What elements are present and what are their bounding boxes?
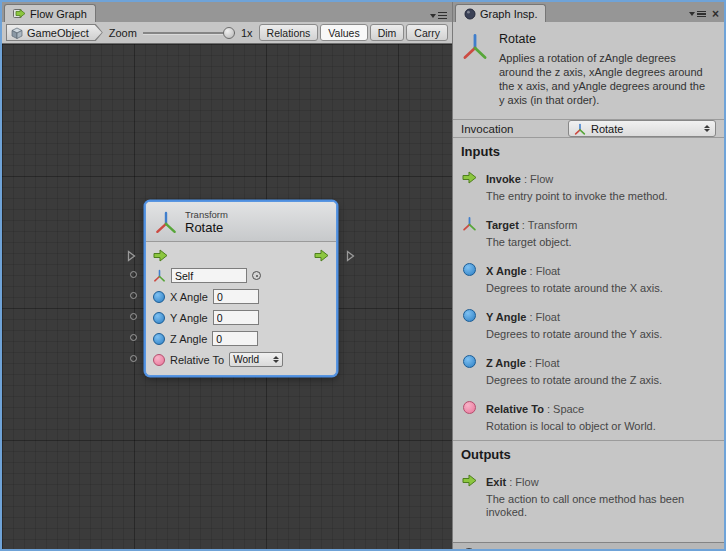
port-name: X Angle	[486, 265, 527, 277]
y-angle-port-marker[interactable]	[130, 313, 137, 320]
zoom-slider-thumb[interactable]	[223, 27, 235, 39]
zoom-label: Zoom	[109, 27, 137, 39]
invocation-row: Invocation Rotate	[453, 120, 724, 137]
float-port-icon[interactable]	[153, 291, 165, 303]
inspector-header: Rotate Applies a rotation of zAngle degr…	[453, 22, 724, 119]
x-angle-label: X Angle	[170, 291, 208, 303]
separator: :	[519, 219, 528, 231]
port-type: Float	[536, 265, 560, 277]
node-kind-label: Transform	[185, 209, 228, 220]
transform-icon	[461, 32, 489, 107]
port-name: Relative To	[486, 403, 544, 415]
flow-graph-toolbar: GameObject Zoom 1x Relations Values Dim …	[2, 22, 452, 44]
input-item-z-angle: Z Angle : Float Degrees to rotate around…	[453, 348, 724, 394]
graph-canvas[interactable]: Transform Rotate	[2, 44, 452, 549]
warning-icon: !	[462, 548, 476, 549]
gameobject-icon	[11, 27, 23, 39]
port-type: Float	[536, 311, 560, 323]
zoom-slider-track[interactable]	[143, 32, 235, 34]
flow-arrow-icon	[461, 169, 477, 185]
z-angle-field[interactable]	[212, 331, 258, 346]
object-picker-icon[interactable]	[252, 271, 261, 280]
node-body: X Angle Y Angle Z Angle	[146, 242, 336, 375]
transform-icon	[153, 269, 166, 282]
float-port-icon	[461, 261, 477, 277]
float-port-icon[interactable]	[153, 312, 165, 324]
relative-to-label: Relative To	[170, 354, 224, 366]
flow-arrow-icon	[461, 472, 477, 488]
flow-input-port[interactable]	[153, 249, 168, 262]
port-name: Exit	[486, 476, 506, 488]
inspector-title: Rotate	[499, 32, 713, 46]
zoom-slider[interactable]	[143, 26, 235, 40]
relative-to-port-marker[interactable]	[130, 355, 137, 362]
relative-to-dropdown[interactable]: World	[229, 352, 283, 367]
rotate-node[interactable]: Transform Rotate	[145, 201, 337, 376]
float-port-icon[interactable]	[153, 333, 165, 345]
node-header[interactable]: Transform Rotate	[146, 202, 336, 242]
outputs-header: Outputs	[453, 441, 724, 467]
flow-input-marker[interactable]	[127, 248, 136, 266]
flow-graph-tabbar: Flow Graph	[2, 2, 452, 22]
port-description: Degrees to rotate around the Z axis.	[486, 374, 662, 387]
warning-area: ! Unit is never entered.	[453, 542, 724, 549]
flow-output-port[interactable]	[314, 249, 329, 262]
pane-menu-icon[interactable]	[430, 12, 447, 19]
input-item-invoke: Invoke : Flow The entry point to invoke …	[453, 164, 724, 210]
x-angle-field[interactable]	[213, 289, 259, 304]
x-angle-port-marker[interactable]	[130, 292, 137, 299]
port-type: Float	[535, 357, 559, 369]
space-port-icon[interactable]	[153, 354, 165, 366]
invocation-value: Rotate	[591, 123, 623, 135]
z-angle-port-marker[interactable]	[130, 334, 137, 341]
inspector-description: Applies a rotation of zAngle degrees aro…	[499, 51, 713, 107]
separator: :	[544, 403, 553, 415]
flow-graph-panel: Flow Graph GameObject	[2, 2, 452, 549]
invocation-dropdown[interactable]: Rotate	[568, 120, 716, 137]
port-description: The entry point to invoke the method.	[486, 190, 668, 203]
separator: :	[526, 357, 535, 369]
dropdown-arrows-icon	[704, 125, 710, 132]
y-angle-label: Y Angle	[170, 312, 208, 324]
separator: :	[506, 476, 515, 488]
close-icon[interactable]: ×	[712, 9, 719, 19]
output-item-exit: Exit : Flow The action to call once meth…	[453, 467, 724, 526]
breadcrumb-label: GameObject	[27, 27, 89, 39]
input-item-y-angle: Y Angle : Float Degrees to rotate around…	[453, 302, 724, 348]
port-name: Target	[486, 219, 519, 231]
values-button[interactable]: Values	[320, 24, 367, 41]
self-field[interactable]	[171, 268, 247, 283]
graph-inspector-tabbar: Graph Insp. ×	[453, 2, 724, 22]
tab-flow-graph[interactable]: Flow Graph	[4, 4, 96, 22]
graph-inspector-panel: Graph Insp. × Rotate Applies a rotat	[452, 2, 724, 549]
inspector-body: Rotate Applies a rotation of zAngle degr…	[453, 22, 724, 549]
node-title: Rotate	[185, 220, 228, 235]
tab-flow-graph-label: Flow Graph	[30, 8, 87, 20]
pane-menu-icon[interactable]	[689, 11, 706, 18]
port-type: Space	[553, 403, 584, 415]
relative-to-value: World	[233, 354, 259, 365]
carry-button[interactable]: Carry	[406, 24, 448, 41]
transform-icon	[461, 215, 477, 231]
y-angle-field[interactable]	[213, 310, 259, 325]
port-type: Flow	[515, 476, 538, 488]
target-port-marker[interactable]	[130, 271, 137, 278]
port-name: Invoke	[486, 173, 521, 185]
port-name: Y Angle	[486, 311, 526, 323]
breadcrumb[interactable]: GameObject	[6, 24, 103, 41]
relations-button[interactable]: Relations	[259, 24, 319, 41]
inputs-header: Inputs	[453, 138, 724, 164]
tab-graph-inspector[interactable]: Graph Insp.	[455, 4, 546, 22]
dim-button[interactable]: Dim	[370, 24, 405, 41]
port-description: The action to call once method has been …	[486, 493, 698, 519]
graph-inspector-icon	[464, 8, 476, 20]
separator: :	[521, 173, 530, 185]
port-description: Rotation is local to object or World.	[486, 420, 656, 433]
dropdown-arrows-icon	[273, 356, 279, 363]
flow-output-marker[interactable]	[346, 248, 355, 266]
flow-graph-icon	[13, 7, 26, 20]
input-item-target: Target : Transform The target object.	[453, 210, 724, 256]
separator: :	[527, 265, 536, 277]
zoom-value: 1x	[241, 27, 253, 39]
warning-box: ! Unit is never entered.	[453, 542, 724, 549]
